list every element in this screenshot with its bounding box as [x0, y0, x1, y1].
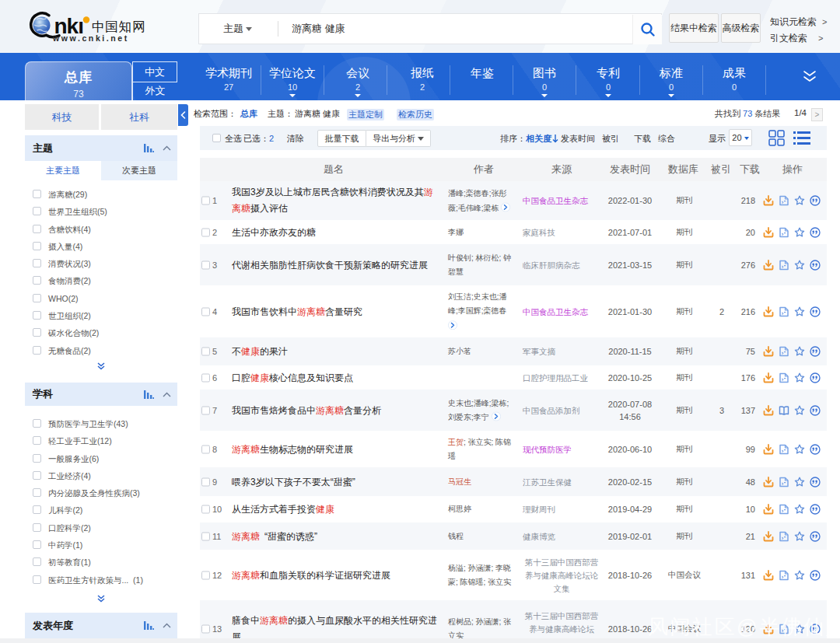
- svg-text:www.cnki.net: www.cnki.net: [52, 33, 129, 43]
- svg-text:中国知网: 中国知网: [92, 19, 145, 33]
